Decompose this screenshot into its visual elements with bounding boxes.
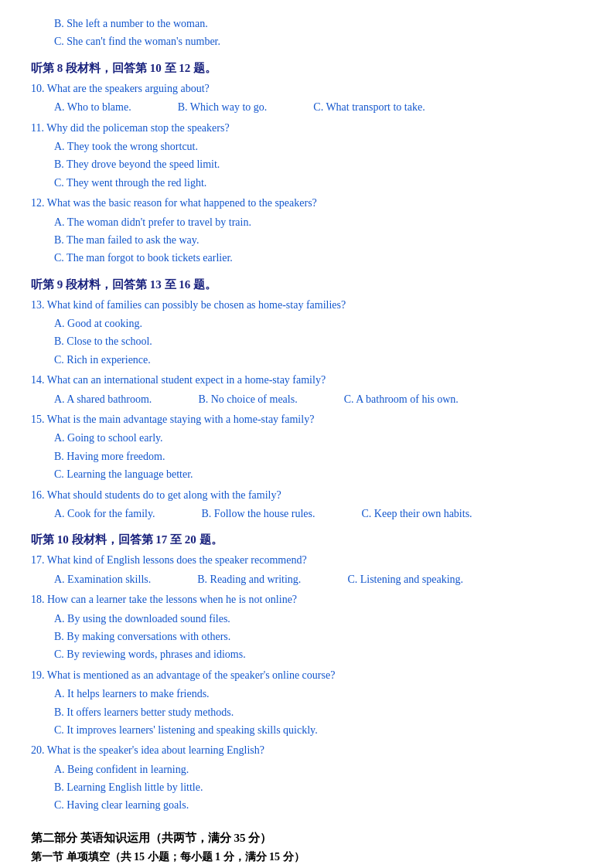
q11-b: B. They drove beyond the speed limit. <box>54 156 583 173</box>
section-8-header: 听第 8 段材料，回答第 10 至 12 题。 <box>31 59 583 77</box>
q18-b: B. By making conversations with others. <box>54 628 583 645</box>
q20-b: B. Learning English little by little. <box>54 779 583 796</box>
q10-answers: A. Who to blame. B. Which way to go. C. … <box>54 99 583 116</box>
section-9-header: 听第 9 段材料，回答第 13 至 16 题。 <box>31 275 583 294</box>
q15-a: A. Going to school early. <box>54 430 583 447</box>
q19: 19. What is mentioned as an advantage of… <box>31 667 583 684</box>
section1-header: 第一节 单项填空（共 15 小题；每小题 1 分，满分 15 分） <box>31 849 583 866</box>
q11: 11. Why did the policeman stop the speak… <box>31 120 583 137</box>
q14-answers: A. A shared bathroom. B. No choice of me… <box>54 391 583 408</box>
q19-a: A. It helps learners to make friends. <box>54 686 583 703</box>
q13-b: B. Close to the school. <box>54 333 583 350</box>
q15-b: B. Having more freedom. <box>54 448 583 465</box>
q15-c: C. Learning the language better. <box>54 466 583 483</box>
q11-c: C. They went through the red light. <box>54 175 583 192</box>
q10: 10. What are the speakers arguing about? <box>31 80 583 97</box>
q12: 12. What was the basic reason for what h… <box>31 195 583 212</box>
answer-b-she-left: B. She left a number to the woman. <box>54 15 583 32</box>
exam-content: B. She left a number to the woman. C. Sh… <box>31 15 583 868</box>
q12-c: C. The man forgot to book tickets earlie… <box>54 250 583 267</box>
q14: 14. What can an international student ex… <box>31 372 583 389</box>
part2-header: 第二部分 英语知识运用（共两节，满分 35 分） <box>31 829 583 847</box>
q13: 13. What kind of families can possibly b… <box>31 297 583 314</box>
q20-a: A. Being confident in learning. <box>54 761 583 778</box>
q12-b: B. The man failed to ask the way. <box>54 232 583 249</box>
q17-answers: A. Examination skills. B. Reading and wr… <box>54 571 583 588</box>
answer-c-she-cant: C. She can't find the woman's number. <box>54 33 583 50</box>
q11-a: A. They took the wrong shortcut. <box>54 138 583 155</box>
q20: 20. What is the speaker's idea about lea… <box>31 742 583 759</box>
q18: 18. How can a learner take the lessons w… <box>31 591 583 608</box>
q13-a: A. Good at cooking. <box>54 315 583 332</box>
q15: 15. What is the main advantage staying w… <box>31 411 583 428</box>
q19-b: B. It offers learners better study metho… <box>54 704 583 721</box>
q16-answers: A. Cook for the family. B. Follow the ho… <box>54 505 583 523</box>
q18-a: A. By using the downloaded sound files. <box>54 611 583 628</box>
q20-c: C. Having clear learning goals. <box>54 797 583 814</box>
q12-a: A. The woman didn't prefer to travel by … <box>54 214 583 231</box>
section-10-header: 听第 10 段材料，回答第 17 至 20 题。 <box>31 530 583 549</box>
q18-c: C. By reviewing words, phrases and idiom… <box>54 646 583 663</box>
q19-c: C. It improves learners' listening and s… <box>54 722 583 739</box>
q13-c: C. Rich in experience. <box>54 352 583 369</box>
q17: 17. What kind of English lessons does th… <box>31 552 583 569</box>
q16: 16. What should students do to get along… <box>31 487 583 504</box>
